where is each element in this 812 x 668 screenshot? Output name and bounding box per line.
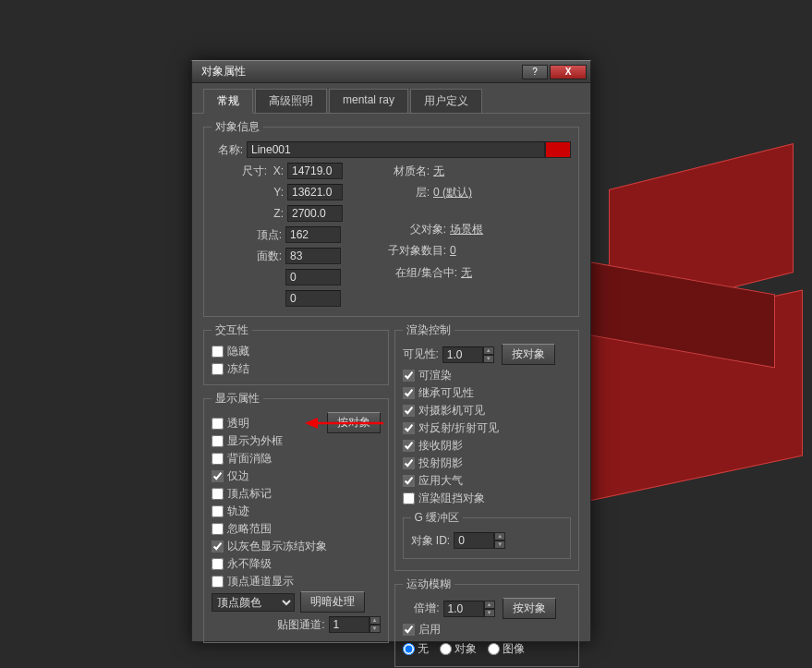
tab-adv-lighting[interactable]: 高级照明: [255, 89, 327, 113]
tab-userdefined[interactable]: 用户定义: [410, 89, 482, 113]
render-control-group: 渲染控制 可见性: 1.0▲▼ 按对象 可渲染 继承可见性 对摄影机可见 对反射…: [394, 322, 580, 571]
visibility-label: 可见性:: [403, 346, 439, 362]
renderoccluded-checkbox[interactable]: 渲染阻挡对象: [403, 491, 572, 506]
x-label: X:: [271, 164, 284, 177]
vertexcolor-select[interactable]: 顶点颜色: [212, 593, 295, 612]
multiplier-spinner[interactable]: 1.0▲▼: [443, 601, 495, 617]
objectid-spinner[interactable]: 0▲▼: [454, 532, 505, 549]
objectid-label: 对象 ID:: [411, 533, 451, 549]
radio-none[interactable]: 无: [403, 641, 429, 657]
vertexticks-checkbox[interactable]: 顶点标记: [212, 486, 381, 502]
extra-value-1: 0: [285, 269, 341, 285]
color-swatch[interactable]: [545, 141, 571, 158]
y-label: Y:: [271, 186, 284, 199]
showfrozengray-checkbox[interactable]: 以灰色显示冻结对象: [212, 539, 381, 554]
numchild-label: 子对象数目:: [383, 243, 446, 259]
visibletorefl-checkbox[interactable]: 对反射/折射可见: [403, 420, 572, 436]
extra-value-2: 0: [285, 290, 341, 307]
radio-object[interactable]: 对象: [440, 641, 477, 657]
multiplier-label: 倍增:: [403, 601, 440, 616]
trajectory-checkbox[interactable]: 轨迹: [212, 504, 381, 519]
castshadows-checkbox[interactable]: 投射阴影: [403, 455, 572, 471]
spinner-up-icon: ▲: [370, 616, 381, 625]
gbuffer-legend: G 缓冲区: [411, 510, 464, 526]
hide-checkbox[interactable]: 隐藏: [212, 344, 381, 359]
radio-image[interactable]: 图像: [488, 641, 525, 657]
visibletocamera-checkbox[interactable]: 对摄影机可见: [403, 403, 572, 419]
layer-label: 层:: [383, 185, 430, 200]
z-label: Z:: [271, 207, 284, 220]
viewport-3d-model: [572, 166, 812, 536]
edgesonly-checkbox[interactable]: 仅边: [212, 468, 381, 484]
interactivity-legend: 交互性: [212, 322, 252, 338]
display-byobject-button[interactable]: 按对象: [327, 412, 381, 433]
help-button[interactable]: ?: [522, 65, 548, 79]
interactivity-group: 交互性 隐藏 冻结: [203, 322, 389, 385]
object-info-legend: 对象信息: [212, 119, 263, 135]
size-label: 尺寸:: [212, 164, 267, 179]
close-button[interactable]: X: [550, 65, 587, 79]
shaded-button[interactable]: 明暗处理: [300, 591, 365, 613]
vertexchannel-checkbox[interactable]: 顶点通道显示: [212, 574, 381, 589]
object-properties-dialog: 对象属性 ? X 常规 高级照明 mental ray 用户定义 对象信息 名称…: [191, 60, 591, 642]
matname-value: 无: [433, 164, 444, 179]
inheritvis-checkbox[interactable]: 继承可见性: [403, 385, 572, 401]
applyatmos-checkbox[interactable]: 应用大气: [403, 473, 572, 489]
gbuffer-group: G 缓冲区 对象 ID: 0▲▼: [403, 510, 572, 559]
display-props-group: 显示属性 按对象 透明 显示为外框 背面消隐 仅边 顶点标记 轨迹 忽略范围 以…: [203, 391, 389, 643]
freeze-checkbox[interactable]: 冻结: [212, 361, 381, 377]
y-value: 13621.0: [287, 184, 343, 200]
faces-label: 面数:: [212, 249, 282, 264]
faces-value: 83: [285, 248, 341, 264]
mapchannel-spinner[interactable]: 1▲▼: [329, 616, 381, 633]
motionblur-legend: 运动模糊: [403, 577, 454, 592]
parent-value: 场景根: [450, 222, 483, 237]
motionblur-group: 运动模糊 倍增: 1.0▲▼ 按对象 启用 无 对象 图像: [394, 577, 580, 667]
wireframe-checkbox[interactable]: 显示为外框: [212, 433, 381, 449]
mapchannel-label: 贴图通道:: [277, 617, 324, 633]
ingroup-label: 在组/集合中:: [383, 265, 457, 281]
receiveshadows-checkbox[interactable]: 接收阴影: [403, 438, 572, 454]
backface-checkbox[interactable]: 背面消隐: [212, 451, 381, 467]
display-props-legend: 显示属性: [212, 391, 263, 407]
numchild-value: 0: [450, 244, 456, 257]
layer-value: 0 (默认): [433, 185, 472, 200]
ingroup-value: 无: [461, 265, 472, 281]
visibility-spinner[interactable]: 1.0▲▼: [442, 346, 494, 363]
x-value: 14719.0: [287, 163, 343, 179]
window-title: 对象属性: [196, 64, 520, 79]
name-field[interactable]: Line001: [247, 141, 545, 158]
matname-label: 材质名:: [383, 164, 430, 179]
object-info-group: 对象信息 名称: Line001 尺寸:X:14719.0 Y:13621.0 …: [203, 119, 579, 317]
enabled-checkbox[interactable]: 启用: [403, 622, 572, 638]
neverdegrade-checkbox[interactable]: 永不降级: [212, 556, 381, 572]
render-byobject-button[interactable]: 按对象: [502, 344, 555, 365]
tab-general[interactable]: 常规: [203, 89, 253, 114]
tab-mentalray[interactable]: mental ray: [329, 89, 408, 113]
ignoreextent-checkbox[interactable]: 忽略范围: [212, 521, 381, 537]
titlebar[interactable]: 对象属性 ? X: [192, 61, 590, 83]
renderable-checkbox[interactable]: 可渲染: [403, 368, 572, 383]
render-control-legend: 渲染控制: [403, 322, 454, 338]
z-value: 2700.0: [287, 205, 343, 222]
parent-label: 父对象:: [383, 222, 446, 237]
verts-label: 顶点:: [212, 227, 282, 243]
spinner-down-icon: ▼: [370, 625, 381, 633]
tabs: 常规 高级照明 mental ray 用户定义: [192, 83, 590, 114]
motionblur-byobject-button[interactable]: 按对象: [503, 598, 556, 619]
verts-value: 162: [285, 226, 341, 243]
name-label: 名称:: [212, 142, 243, 158]
